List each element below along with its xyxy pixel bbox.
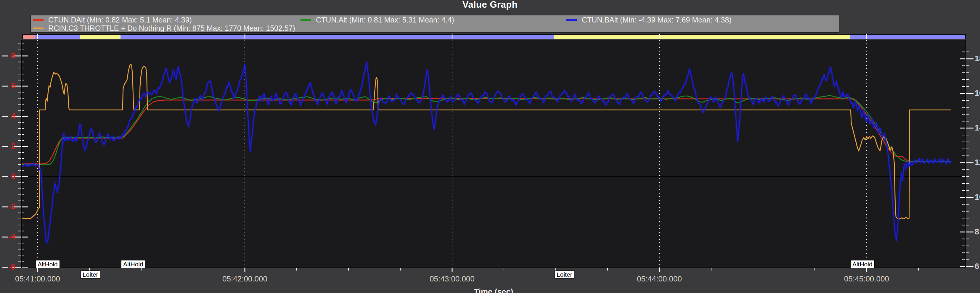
y-axis-right-label: 14: [975, 124, 980, 132]
mode-label-loiter: Loiter: [81, 271, 100, 279]
y-axis-left-label: -2: [0, 203, 15, 211]
x-axis-title: Time (sec): [474, 287, 513, 293]
y-axis-right-label: 18: [975, 55, 980, 63]
x-axis-time-label: 05:44:00.000: [637, 275, 682, 283]
x-axis-time-label: 05:43:00.000: [430, 275, 475, 283]
x-axis-time-label: 05:41:00.000: [15, 275, 60, 283]
y-axis-left-label: 2: [0, 142, 15, 150]
y-axis-left-label: -6: [0, 263, 15, 271]
y-axis-right-label: 8: [975, 228, 979, 236]
y-axis-right-label: 16: [975, 89, 980, 97]
y-axis-left-label: 0: [0, 172, 15, 180]
y-axis-left-label: 4: [0, 112, 15, 120]
y-axis-right-label: 10: [975, 193, 980, 201]
x-axis-time-label: 05:45:00.000: [844, 275, 889, 283]
mode-label-loiter: Loiter: [555, 271, 574, 279]
plot-area[interactable]: [0, 0, 980, 293]
y-axis-left-label: 6: [0, 82, 15, 90]
y-axis-right-label: 12: [975, 159, 980, 167]
y-axis-left-label: 8: [0, 52, 15, 60]
mode-label-althold: AltHold: [121, 260, 145, 268]
y-axis-right-label: 6: [975, 263, 979, 271]
mode-label-althold: AltHold: [850, 260, 875, 268]
mode-label-althold: AltHold: [35, 260, 60, 268]
y-axis-left-label: -4: [0, 233, 15, 241]
x-axis-time-label: 05:42:00.000: [222, 275, 267, 283]
